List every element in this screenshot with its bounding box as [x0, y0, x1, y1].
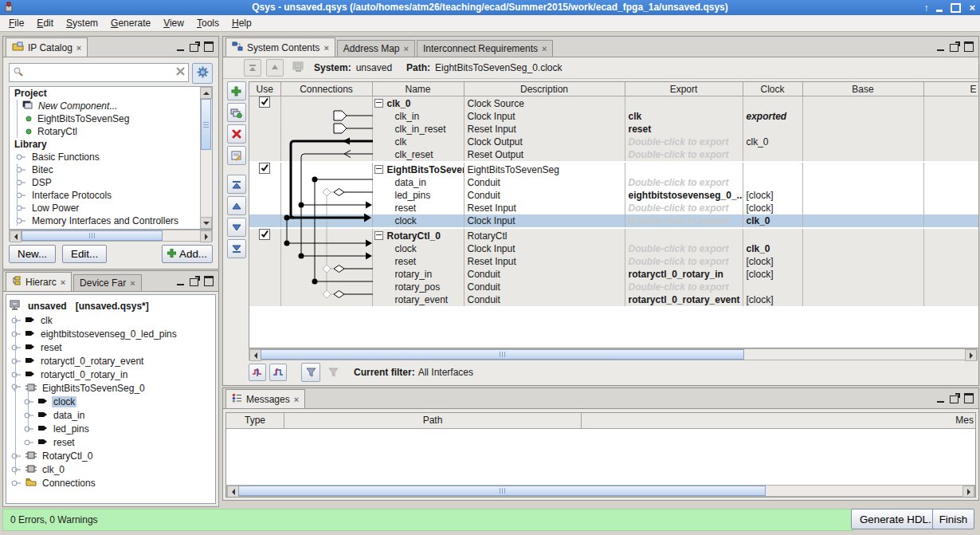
scroll-left-button[interactable]	[249, 349, 261, 361]
duplicate-component-button[interactable]	[227, 103, 246, 122]
dock-float-icon[interactable]	[190, 44, 198, 52]
finish-button[interactable]: Finish	[932, 509, 974, 529]
window-close-icon[interactable]: ×	[969, 2, 975, 13]
tree-item-connections[interactable]: Connections	[6, 476, 215, 490]
col-export[interactable]: Export	[625, 82, 743, 96]
scroll-left-button[interactable]	[227, 486, 239, 498]
ip-tree-vscrollbar[interactable]	[200, 87, 212, 229]
table-row-selected[interactable]: clock Clock Input Double-click to export…	[249, 214, 978, 228]
dock-float-icon[interactable]	[190, 278, 198, 286]
collapse-expander-icon[interactable]	[374, 231, 383, 240]
hscroll-thumb[interactable]	[261, 349, 744, 360]
ip-tree-hscrollbar[interactable]	[9, 230, 213, 242]
tree-item-led-pins-export[interactable]: eightbitstosevenseg_0_led_pins	[6, 327, 215, 340]
table-row[interactable]: clk_reset Reset Output Double-click to e…	[249, 148, 978, 162]
tab-hierarchy[interactable]: Hierarc ×	[6, 272, 72, 291]
scroll-up-button[interactable]	[200, 87, 212, 99]
col-connections[interactable]: Connections	[280, 82, 372, 96]
tree-item-clk[interactable]: clk	[6, 313, 215, 327]
col-path[interactable]: Path	[284, 413, 582, 428]
table-row[interactable]: clock Clock Input Double-click to export…	[249, 242, 978, 255]
tab-close-icon[interactable]: ×	[294, 395, 299, 404]
menu-system[interactable]: System	[60, 16, 104, 30]
collapse-expander-icon[interactable]	[374, 99, 383, 108]
tree-item-memory-interfaces[interactable]: Memory Interfaces and Controllers	[10, 214, 212, 227]
dock-maximize-icon[interactable]	[964, 393, 974, 403]
dock-float-icon[interactable]	[950, 44, 958, 52]
table-row[interactable]: data_in Conduit Double-click to export	[249, 176, 978, 189]
tree-item-dsp[interactable]: DSP	[10, 176, 212, 189]
tree-item-data-in[interactable]: data_in	[6, 408, 215, 422]
menu-edit[interactable]: Edit	[30, 16, 60, 30]
tree-root-unsaved[interactable]: unsaved [unsaved.qsys*]	[6, 298, 215, 313]
window-shade-icon[interactable]: ↑	[923, 3, 928, 13]
tree-item-clk0-module[interactable]: clk_0	[6, 462, 215, 476]
col-use[interactable]: Use	[249, 82, 280, 96]
tree-item-reset-export[interactable]: reset	[6, 340, 215, 354]
dock-maximize-icon[interactable]	[964, 41, 974, 52]
tree-item-reset[interactable]: reset	[6, 435, 215, 449]
tree-item-new-component[interactable]: New Component...	[10, 100, 212, 112]
tree-item-clock[interactable]: clock	[6, 395, 215, 408]
tab-close-icon[interactable]: ×	[130, 278, 135, 288]
menu-tools[interactable]: Tools	[190, 16, 225, 30]
table-row[interactable]: clk_in Clock Input clk exported	[249, 110, 978, 123]
add-component-button[interactable]	[227, 81, 246, 100]
use-checkbox[interactable]	[259, 96, 270, 108]
tree-item-rotary-event-export[interactable]: rotaryctl_0_rotary_event	[6, 354, 215, 368]
tree-item-interface-protocols[interactable]: Interface Protocols	[10, 189, 212, 202]
tab-close-icon[interactable]: ×	[404, 44, 409, 53]
dock-minimize-icon[interactable]	[177, 42, 184, 51]
dock-float-icon[interactable]	[950, 395, 958, 403]
table-row[interactable]: RotaryCtl_0 RotaryCtl	[249, 228, 978, 242]
ip-search-input[interactable]	[26, 66, 173, 79]
tree-item-rotaryctl-module[interactable]: RotaryCtl_0	[6, 449, 215, 462]
tab-ip-catalog[interactable]: IP Catalog ×	[6, 37, 88, 57]
tab-interconnect-requirements[interactable]: Interconnect Requirements ×	[417, 40, 554, 57]
hscroll-thumb[interactable]	[238, 486, 766, 496]
tab-device-family[interactable]: Device Far ×	[73, 274, 141, 291]
collapse-all-button[interactable]	[244, 59, 261, 77]
menu-file[interactable]: File	[2, 16, 30, 30]
tab-address-map[interactable]: Address Map ×	[337, 40, 415, 57]
move-up-button[interactable]	[227, 196, 246, 215]
move-down-button[interactable]	[227, 218, 246, 237]
hscroll-thumb[interactable]	[22, 230, 163, 241]
menu-view[interactable]: View	[157, 16, 190, 30]
tree-item-led-pins[interactable]: led_pins	[6, 422, 215, 435]
window-minimize-icon[interactable]	[936, 10, 943, 12]
vscroll-thumb[interactable]	[201, 99, 211, 150]
col-end[interactable]: E	[923, 82, 978, 96]
tree-item-basic-functions[interactable]: Basic Functions	[10, 151, 212, 163]
table-row[interactable]: clk_in_reset Reset Input reset	[249, 123, 978, 136]
tree-item-bitec[interactable]: Bitec	[10, 163, 212, 176]
tree-item-rotaryctl[interactable]: RotaryCtl	[10, 125, 212, 138]
ip-search-field[interactable]	[9, 63, 189, 82]
table-row[interactable]: rotary_event Conduit rotaryctl_0_rotary_…	[249, 293, 978, 306]
table-row[interactable]: rotary_in Conduit rotaryctl_0_rotary_in …	[249, 268, 978, 281]
col-type[interactable]: Type	[226, 413, 284, 428]
tree-item-eightbits-module[interactable]: EightBitsToSevenSeg_0	[6, 381, 215, 395]
tab-system-contents[interactable]: System Contents ×	[225, 37, 335, 57]
edit-button-toolbar[interactable]	[227, 146, 246, 165]
table-row[interactable]: clk_0 Clock Source	[249, 96, 978, 111]
move-top-button[interactable]	[227, 175, 246, 194]
new-button[interactable]: New...	[9, 245, 56, 263]
menu-generate[interactable]: Generate	[104, 16, 157, 30]
move-bottom-button[interactable]	[227, 239, 246, 258]
tab-close-icon[interactable]: ×	[542, 44, 547, 53]
col-base[interactable]: Base	[802, 82, 923, 96]
dock-maximize-icon[interactable]	[204, 41, 214, 52]
dock-minimize-icon[interactable]	[937, 394, 944, 403]
table-hscrollbar[interactable]	[249, 348, 978, 360]
dock-maximize-icon[interactable]	[204, 276, 214, 286]
tab-close-icon[interactable]: ×	[323, 43, 328, 53]
col-message[interactable]: Mes	[582, 413, 975, 428]
scroll-down-button[interactable]	[200, 217, 212, 229]
tab-close-icon[interactable]: ×	[76, 43, 81, 53]
table-row[interactable]: reset Reset Input Double-click to export…	[249, 255, 978, 268]
tree-item-eightbitstosevenseg[interactable]: EightBitsToSevenSeg	[10, 112, 212, 125]
tree-item-low-power[interactable]: Low Power	[10, 202, 212, 214]
scroll-right-button[interactable]	[962, 486, 974, 498]
scroll-left-button[interactable]	[10, 230, 22, 242]
